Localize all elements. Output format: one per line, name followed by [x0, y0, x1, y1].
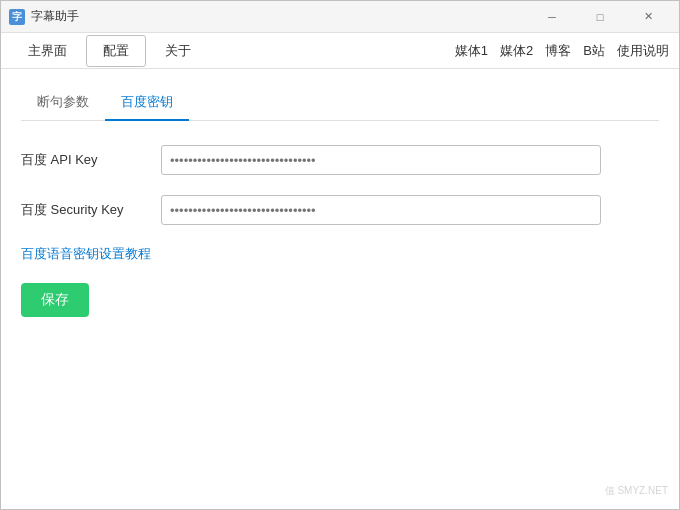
api-key-label: 百度 API Key	[21, 151, 161, 169]
close-button[interactable]: ✕	[625, 1, 671, 33]
app-title: 字幕助手	[31, 8, 79, 25]
menubar: 主界面 配置 关于 媒体1 媒体2 博客 B站 使用说明	[1, 33, 679, 69]
titlebar-controls: ─ □ ✕	[529, 1, 671, 33]
minimize-button[interactable]: ─	[529, 1, 575, 33]
api-key-group: 百度 API Key	[21, 145, 659, 175]
link-blog[interactable]: 博客	[545, 42, 571, 60]
tab-config[interactable]: 配置	[86, 35, 146, 67]
subtab-sentence[interactable]: 断句参数	[21, 85, 105, 121]
menubar-tabs: 主界面 配置 关于	[11, 35, 208, 67]
security-key-label: 百度 Security Key	[21, 201, 161, 219]
watermark: 值 SMYZ.NET	[605, 484, 668, 498]
link-help[interactable]: 使用说明	[617, 42, 669, 60]
subtab-baidu-key[interactable]: 百度密钥	[105, 85, 189, 121]
app-window: 字 字幕助手 ─ □ ✕ 主界面 配置 关于 媒体1 媒体2 博客 B站 使用说…	[0, 0, 680, 510]
titlebar: 字 字幕助手 ─ □ ✕	[1, 1, 679, 33]
save-button[interactable]: 保存	[21, 283, 89, 317]
link-media1[interactable]: 媒体1	[455, 42, 488, 60]
app-icon: 字	[9, 9, 25, 25]
tab-about[interactable]: 关于	[148, 35, 208, 67]
security-key-group: 百度 Security Key	[21, 195, 659, 225]
api-key-input[interactable]	[161, 145, 601, 175]
content-area: 断句参数 百度密钥 百度 API Key 百度 Security Key 百度语…	[1, 69, 679, 509]
maximize-button[interactable]: □	[577, 1, 623, 33]
menubar-right-links: 媒体1 媒体2 博客 B站 使用说明	[455, 42, 669, 60]
security-key-input[interactable]	[161, 195, 601, 225]
link-bilibili[interactable]: B站	[583, 42, 605, 60]
subtabs: 断句参数 百度密钥	[21, 85, 659, 121]
tab-main[interactable]: 主界面	[11, 35, 84, 67]
tutorial-link[interactable]: 百度语音密钥设置教程	[21, 245, 151, 263]
titlebar-left: 字 字幕助手	[9, 8, 79, 25]
link-media2[interactable]: 媒体2	[500, 42, 533, 60]
